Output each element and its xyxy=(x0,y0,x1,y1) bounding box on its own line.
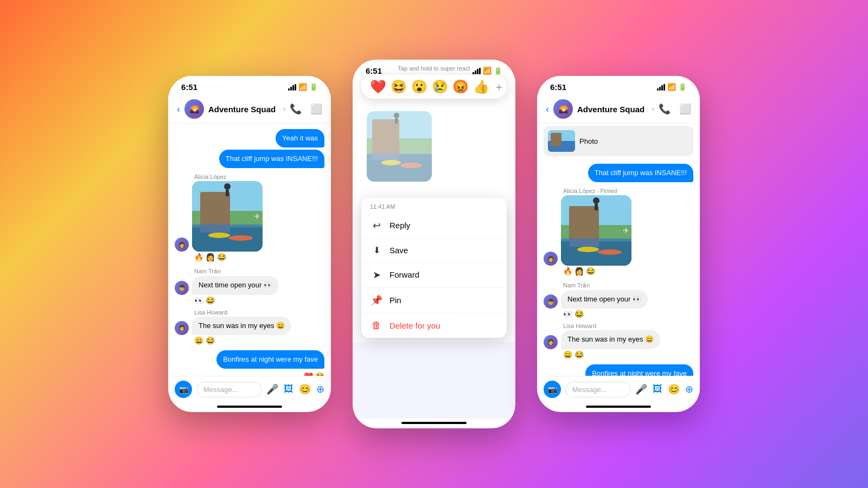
wifi-icon-3: 📶 xyxy=(667,83,676,91)
sender-nam-3: Nam Trần xyxy=(563,282,590,289)
react-sad[interactable]: 😢 xyxy=(432,79,448,94)
svg-point-17 xyxy=(400,163,422,168)
save-label: Save xyxy=(390,246,408,255)
msg-row-3-1: That cliff jump was INSANE!!! xyxy=(544,164,693,182)
sender-lisa-1: Lisa Howard xyxy=(194,309,227,316)
sender-nam-1: Nam Trần xyxy=(194,268,221,275)
input-bar-3: 📷 Message... 🎤 🖼 😊 ⊕ xyxy=(537,376,700,402)
group-avatar-3: 🌄 xyxy=(553,99,573,119)
chat-body-3: That cliff jump was INSANE!!! Alicia Lóp… xyxy=(537,158,700,376)
reactions-lisa-1: 😄 😂 xyxy=(194,336,215,345)
chat-name-1[interactable]: Adventure Squad xyxy=(208,105,279,114)
chat-body-1: Yeah it was That cliff jump was INSANE!!… xyxy=(168,124,331,376)
mic-icon-3[interactable]: 🎤 xyxy=(635,383,647,395)
phone-icon-3[interactable]: 📞 xyxy=(659,103,671,115)
pin-icon: 📌 xyxy=(370,294,383,306)
forward-menu-item[interactable]: ➤ Forward xyxy=(361,262,507,288)
photo-bubble-3[interactable]: ✈ xyxy=(561,195,631,266)
status-bar-3: 6:51 📶 🔋 xyxy=(537,76,700,95)
forward-icon: ➤ xyxy=(370,269,383,281)
sender-lisa-3: Lisa Howard xyxy=(563,323,596,329)
pinned-thumbnail xyxy=(548,130,575,152)
svg-point-8 xyxy=(229,235,253,241)
photo-bubble-1[interactable]: ✈ xyxy=(192,181,263,252)
pin-label: Pin xyxy=(390,296,401,305)
msg-row-5: Lisa Howard 👩 The sun was in my eyes 😄 😄… xyxy=(175,309,324,345)
react-wow[interactable]: 😮 xyxy=(411,79,427,94)
react-heart[interactable]: ❤️ xyxy=(370,79,386,94)
svg-point-7 xyxy=(208,233,230,238)
react-angry[interactable]: 😡 xyxy=(452,79,469,94)
svg-point-26 xyxy=(593,197,599,204)
home-indicator-1 xyxy=(217,406,282,408)
sticker-icon-1[interactable]: 😊 xyxy=(299,383,311,395)
signal-bars-3 xyxy=(657,84,665,91)
svg-rect-27 xyxy=(595,204,598,210)
photo-placeholder-1 xyxy=(192,181,263,252)
status-icons-1: 📶 🔋 xyxy=(288,83,318,91)
input-bar-1: 📷 Message... 🎤 🖼 😊 ⊕ xyxy=(168,376,331,402)
back-button-1[interactable]: ‹ xyxy=(177,104,180,115)
message-input-3[interactable]: Message... xyxy=(565,382,631,397)
context-time: 11:41 AM xyxy=(361,198,507,213)
msg-avatar-row-3: 👩 The sun was in my eyes 😄 xyxy=(175,317,291,335)
pin-menu-item[interactable]: 📌 Pin xyxy=(361,288,507,313)
status-time-1: 6:51 xyxy=(181,82,197,92)
pin-badge: Pinned xyxy=(600,188,617,194)
header-actions-3: 📞 ⬜ xyxy=(659,103,691,115)
back-button-3[interactable]: ‹ xyxy=(546,104,549,115)
camera-button-3[interactable]: 📷 xyxy=(544,381,561,398)
image-icon-3[interactable]: 🖼 xyxy=(653,383,662,395)
image-icon-1[interactable]: 🖼 xyxy=(284,383,293,395)
signal-bar-11 xyxy=(661,85,663,91)
status-icons-3: 📶 🔋 xyxy=(657,83,687,91)
home-indicator-2 xyxy=(401,422,467,424)
plus-icon-3[interactable]: ⊕ xyxy=(685,383,693,395)
chat-header-3: ‹ 🌄 Adventure Squad › 📞 ⬜ xyxy=(537,95,700,124)
home-indicator-3 xyxy=(586,406,651,408)
save-menu-item[interactable]: ⬇ Save xyxy=(361,239,507,262)
svg-point-29 xyxy=(598,249,622,255)
svg-point-28 xyxy=(577,247,599,252)
bubble-3-1: That cliff jump was INSANE!!! xyxy=(588,164,693,182)
reply-menu-item[interactable]: ↩ Reply xyxy=(361,213,507,239)
signal-bar-1 xyxy=(288,88,290,91)
react-haha[interactable]: 😆 xyxy=(391,79,407,94)
react-like[interactable]: 👍 xyxy=(473,79,489,94)
svg-point-16 xyxy=(381,160,401,165)
react-add-button[interactable]: ＋ xyxy=(494,80,505,94)
send-icon-1: ✈ xyxy=(254,212,260,221)
phone-3: 6:51 📶 🔋 ‹ 🌄 Adventure Squad › 📞 ⬜ xyxy=(537,76,700,412)
msg-row-3: Alicia López 👩 xyxy=(175,174,324,261)
bubble-bonfires-1: Bonfires at night were my fave xyxy=(216,350,324,369)
sticker-icon-3[interactable]: 😊 xyxy=(668,383,680,395)
wifi-icon: 📶 xyxy=(298,83,307,91)
video-icon-3[interactable]: ⬜ xyxy=(679,103,691,115)
camera-button-1[interactable]: 📷 xyxy=(175,381,192,398)
signal-bars-1 xyxy=(288,84,296,91)
chevron-icon-1: › xyxy=(283,105,285,113)
delete-menu-item[interactable]: 🗑 Delete for you xyxy=(361,313,507,338)
cliff-svg-1 xyxy=(192,181,263,252)
pinned-label: Photo xyxy=(579,137,598,145)
avatar-lisa-1: 👩 xyxy=(175,321,189,335)
reaction-bar: ❤️ 😆 😮 😢 😡 👍 ＋ xyxy=(361,75,507,99)
phone-icon-1[interactable]: 📞 xyxy=(290,103,302,115)
dimmed-photo xyxy=(367,111,432,182)
bubble-2: That cliff jump was INSANE!!! xyxy=(219,150,324,168)
signal-bar-9 xyxy=(657,88,659,91)
message-input-1[interactable]: Message... xyxy=(196,382,262,397)
bubble-lisa-3: The sun was in my eyes 😄 xyxy=(561,330,660,349)
plus-icon-1[interactable]: ⊕ xyxy=(316,383,324,395)
mic-icon-1[interactable]: 🎤 xyxy=(266,383,278,395)
reactions-bonfires-1: ❤️ 😂 xyxy=(175,372,324,376)
video-icon-1[interactable]: ⬜ xyxy=(310,103,322,115)
pinned-photo-bar[interactable]: Photo xyxy=(544,126,693,156)
msg-row-3-4: Lisa Howard 👩 The sun was in my eyes 😄 😄… xyxy=(544,323,693,358)
msg-avatar-row-2: 👦 Next time open your 👀 xyxy=(175,276,279,294)
reply-icon: ↩ xyxy=(370,220,383,232)
svg-rect-20 xyxy=(551,133,561,146)
chat-header-1: ‹ 🌄 Adventure Squad › 📞 ⬜ xyxy=(168,95,331,124)
bubble-1: Yeah it was xyxy=(276,129,324,147)
chat-name-3[interactable]: Adventure Squad xyxy=(577,105,648,114)
